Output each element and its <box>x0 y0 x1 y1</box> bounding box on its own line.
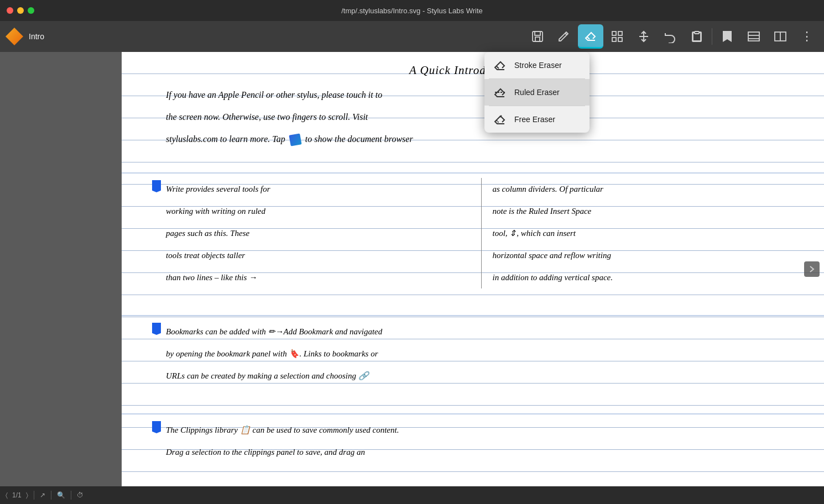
bookmark-flag-3 <box>152 421 161 433</box>
svg-rect-2 <box>535 37 540 41</box>
bookmark-flag-2 <box>152 323 161 335</box>
stroke-eraser-label: Stroke Eraser <box>514 61 562 70</box>
window-title: /tmp/.styluslabs/Intro.svg - Stylus Labs… <box>341 7 483 15</box>
svg-rect-4 <box>618 32 622 35</box>
eraser-dropdown: Stroke Eraser Ruled Eraser Free Eraser <box>484 52 590 133</box>
stroke-eraser-option[interactable]: Stroke Eraser <box>484 52 590 78</box>
bar-separator-3 <box>71 491 71 500</box>
free-eraser-label: Free Eraser <box>514 115 555 124</box>
undo-button[interactable] <box>658 24 683 49</box>
minimize-button[interactable] <box>17 7 24 14</box>
svg-rect-10 <box>748 32 759 41</box>
section-tools: Write provides several tools for working… <box>122 174 824 316</box>
svg-rect-1 <box>535 32 540 35</box>
svg-rect-0 <box>533 32 543 41</box>
traffic-lights <box>7 7 34 14</box>
section-clippings: The Clippings library 📋 can be used to s… <box>122 414 824 468</box>
grid-button[interactable] <box>604 24 630 49</box>
tools-right: as column dividers. Of particular note i… <box>482 178 808 288</box>
view1-button[interactable] <box>741 24 766 49</box>
bar-separator-1 <box>34 491 34 500</box>
logo-diamond <box>6 28 23 45</box>
tools-left: Write provides several tools for working… <box>166 178 482 288</box>
bottom-bar: 〈 1/1 〉 ↗ 🔍 ⏱ <box>0 486 824 504</box>
toolbar-separator <box>712 28 712 45</box>
insert-space-button[interactable] <box>631 24 656 49</box>
tab-intro[interactable]: Intro <box>29 32 44 41</box>
right-handle[interactable] <box>804 261 820 277</box>
svg-rect-5 <box>612 38 616 41</box>
bookmark-flag-1 <box>152 180 161 192</box>
free-eraser-icon <box>492 112 508 127</box>
clipboard-button[interactable] <box>684 24 710 49</box>
search-icon[interactable]: 🔍 <box>57 491 65 499</box>
section-title: A Quick Introduction to Wri... If you ha… <box>122 52 824 174</box>
ruled-eraser-option[interactable]: Ruled Eraser <box>484 79 590 106</box>
history-icon[interactable]: ⏱ <box>77 491 84 499</box>
pencil-button[interactable] <box>551 24 577 49</box>
svg-rect-9 <box>695 32 699 34</box>
titlebar: /tmp/.styluslabs/Intro.svg - Stylus Labs… <box>0 0 824 21</box>
maximize-button[interactable] <box>28 7 34 14</box>
toolbar: Intro <box>0 21 824 52</box>
more-button[interactable]: ⋮ <box>794 24 820 49</box>
document-area[interactable]: A Quick Introduction to Wri... If you ha… <box>122 52 824 486</box>
view2-button[interactable] <box>768 24 793 49</box>
page-next[interactable]: 〉 <box>26 491 28 499</box>
left-panel <box>0 52 122 486</box>
page-prev[interactable]: 〈 <box>6 491 8 499</box>
export-icon[interactable]: ↗ <box>40 491 45 499</box>
ruled-eraser-icon <box>492 85 508 100</box>
clippings-text: The Clippings library 📋 can be used to s… <box>166 419 807 463</box>
free-eraser-option[interactable]: Free Eraser <box>484 106 590 133</box>
svg-rect-3 <box>612 32 616 35</box>
main-area: A Quick Introduction to Wri... If you ha… <box>0 52 824 486</box>
eraser-button[interactable] <box>578 24 603 49</box>
close-button[interactable] <box>7 7 13 14</box>
app-logo <box>4 27 24 46</box>
section-bookmarks: Bookmarks can be added with ✏→Add Bookma… <box>122 316 824 414</box>
paper: A Quick Introduction to Wri... If you ha… <box>122 52 824 486</box>
page-info: 1/1 <box>12 491 22 499</box>
bar-separator-2 <box>51 491 51 500</box>
bookmarks-text: Bookmarks can be added with ✏→Add Bookma… <box>166 321 807 387</box>
stroke-eraser-icon <box>492 57 508 73</box>
svg-rect-6 <box>618 38 622 41</box>
ruled-eraser-label: Ruled Eraser <box>514 88 560 97</box>
bookmark-button[interactable] <box>715 24 740 49</box>
save-button[interactable] <box>525 24 550 49</box>
